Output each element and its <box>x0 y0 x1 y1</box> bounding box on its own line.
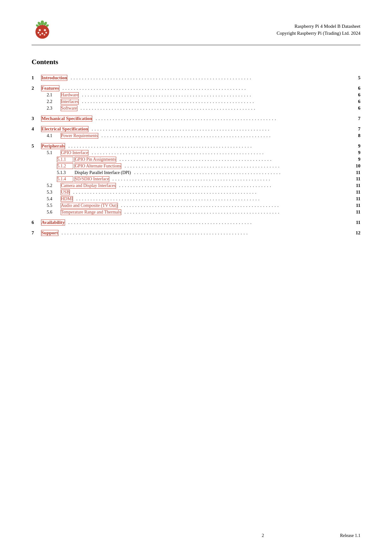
toc-link-features[interactable]: Features <box>41 85 59 91</box>
toc-dots-5-4: . . . . . . . . . . . . . . . . . . . . … <box>75 196 352 202</box>
svg-point-8 <box>44 29 46 31</box>
page-header: Raspberry Pi 4 Model B Datasheet Copyrig… <box>32 19 360 45</box>
toc-row-4-1: 4.1 Power Requirements . . . . . . . . .… <box>32 133 360 139</box>
toc-link-gpio-alt[interactable]: GPIO Alternate Functions <box>75 163 121 169</box>
toc-row-5-1-3: 5.1.3 Display Parallel Interface (DPI) .… <box>32 170 360 175</box>
toc-link-software[interactable]: Software <box>61 105 77 111</box>
toc-link-introduction[interactable]: Introduction <box>41 75 67 81</box>
toc-link-mechanical[interactable]: Mechanical Specification <box>41 116 92 122</box>
toc-dots-5-1-3: . . . . . . . . . . . . . . . . . . . . … <box>133 170 352 175</box>
toc-row-5-1: 5.1 GPIO Interface . . . . . . . . . . .… <box>32 150 360 156</box>
toc-link-hdmi[interactable]: HDMI <box>61 196 73 202</box>
toc-number-1: 1 <box>32 75 41 81</box>
toc-link-power[interactable]: Power Requirements <box>61 133 98 139</box>
toc-page-6: 11 <box>354 220 360 225</box>
toc-link-support[interactable]: Support <box>41 230 58 236</box>
toc-page-7: 12 <box>354 230 360 236</box>
toc-number-2-1: 2.1 <box>47 93 61 98</box>
svg-point-10 <box>41 33 43 34</box>
toc-number-2-2: 2.2 <box>47 99 61 104</box>
toc-page-5-1-2: 10 <box>354 163 360 169</box>
toc-section-4: 4 Electrical Specification . . . . . . .… <box>32 126 360 139</box>
toc-number-3: 3 <box>32 116 41 121</box>
toc-link-availability[interactable]: Availability <box>41 220 65 226</box>
toc-row-2-2: 2.2 Interfaces . . . . . . . . . . . . .… <box>32 99 360 105</box>
toc-link-audio[interactable]: Audio and Composite (TV Out) <box>61 203 118 208</box>
toc-page-5: 9 <box>354 143 360 149</box>
toc-dots-1: . . . . . . . . . . . . . . . . . . . . … <box>69 75 352 81</box>
toc-number-6: 6 <box>32 220 41 225</box>
toc-page-5-1-3: 11 <box>354 170 360 175</box>
svg-point-11 <box>45 32 47 33</box>
svg-point-6 <box>35 25 49 39</box>
toc-row-7: 7 Support . . . . . . . . . . . . . . . … <box>32 230 360 236</box>
toc-row-5-6: 5.6 Temperature Range and Thermals . . .… <box>32 209 360 215</box>
toc-number-5-6: 5.6 <box>47 210 61 215</box>
toc-number-5-1-1: 5.1.1 <box>57 157 73 162</box>
toc-dots-5-6: . . . . . . . . . . . . . . . . . . . . … <box>123 210 352 215</box>
toc-page-4-1: 8 <box>354 133 360 138</box>
toc-row-1: 1 Introduction . . . . . . . . . . . . .… <box>32 75 360 81</box>
toc-number-2: 2 <box>32 86 41 91</box>
toc-dots-5-5: . . . . . . . . . . . . . . . . . . . . … <box>120 203 352 208</box>
toc-dots-5-3: . . . . . . . . . . . . . . . . . . . . … <box>72 190 352 195</box>
svg-point-12 <box>39 34 41 36</box>
toc-number-5-3: 5.3 <box>47 190 61 195</box>
toc-page-5-1-4: 11 <box>354 176 360 182</box>
toc-dots-5-2: . . . . . . . . . . . . . . . . . . . . … <box>118 183 352 188</box>
toc-number-5-2: 5.2 <box>47 183 61 188</box>
toc-link-camera-display[interactable]: Camera and Display Interfaces <box>61 183 116 189</box>
toc-page-5-4: 11 <box>354 196 360 202</box>
toc-dots-5-1-2: . . . . . . . . . . . . . . . . . . . . … <box>123 164 352 169</box>
toc-row-5: 5 Peripherals . . . . . . . . . . . . . … <box>32 143 360 149</box>
header-title-line1: Raspberry Pi 4 Model B Datasheet <box>277 23 360 30</box>
toc-dots-5-1-1: . . . . . . . . . . . . . . . . . . . . … <box>118 157 352 162</box>
toc-section-2: 2 Features . . . . . . . . . . . . . . .… <box>32 85 360 111</box>
toc-number-5: 5 <box>32 143 41 149</box>
toc-link-temperature[interactable]: Temperature Range and Thermals <box>61 209 121 215</box>
toc-dots-6: . . . . . . . . . . . . . . . . . . . . … <box>67 220 352 225</box>
toc-section-3: 3 Mechanical Specification . . . . . . .… <box>32 116 360 122</box>
toc-dots-4: . . . . . . . . . . . . . . . . . . . . … <box>90 127 352 132</box>
toc-row-5-1-4: 5.1.4 SD/SDIO Interface . . . . . . . . … <box>32 176 360 182</box>
toc-row-4: 4 Electrical Specification . . . . . . .… <box>32 126 360 132</box>
toc-page-5-5: 11 <box>354 203 360 208</box>
header-title-line2: Copyright Raspberry Pi (Trading) Ltd. 20… <box>277 30 360 37</box>
toc-page-4: 7 <box>354 126 360 132</box>
toc-link-hardware[interactable]: Hardware <box>61 92 79 98</box>
toc-row-3: 3 Mechanical Specification . . . . . . .… <box>32 116 360 122</box>
toc-link-interfaces[interactable]: Interfaces <box>61 99 79 105</box>
toc-link-sdsdio[interactable]: SD/SDIO Interface <box>75 176 109 182</box>
toc-page-1: 5 <box>354 75 360 81</box>
footer-page-number: 2 <box>186 533 340 538</box>
logo <box>32 19 53 40</box>
toc-page-2-1: 6 <box>354 92 360 98</box>
toc-link-electrical[interactable]: Electrical Specification <box>41 126 88 132</box>
toc-row-2-1: 2.1 Hardware . . . . . . . . . . . . . .… <box>32 92 360 98</box>
toc-page-5-1-1: 9 <box>354 157 360 162</box>
toc-link-peripherals[interactable]: Peripherals <box>41 143 65 149</box>
toc-page-2-3: 6 <box>354 105 360 111</box>
toc-dots-5-1: . . . . . . . . . . . . . . . . . . . . … <box>90 150 352 155</box>
toc-dots-2-2: . . . . . . . . . . . . . . . . . . . . … <box>81 99 352 104</box>
toc-dots-2: . . . . . . . . . . . . . . . . . . . . … <box>61 86 352 91</box>
toc-row-5-4: 5.4 HDMI . . . . . . . . . . . . . . . .… <box>32 196 360 202</box>
toc-number-4: 4 <box>32 126 41 132</box>
toc-dots-5-1-4: . . . . . . . . . . . . . . . . . . . . … <box>111 177 352 182</box>
header-title: Raspberry Pi 4 Model B Datasheet Copyrig… <box>277 23 360 37</box>
svg-point-9 <box>38 32 39 33</box>
toc-row-2: 2 Features . . . . . . . . . . . . . . .… <box>32 85 360 91</box>
toc-dots-7: . . . . . . . . . . . . . . . . . . . . … <box>60 231 352 236</box>
toc-link-gpio[interactable]: GPIO Interface <box>61 150 88 156</box>
toc-number-7: 7 <box>32 230 41 236</box>
toc-link-usb[interactable]: USB <box>61 190 70 195</box>
toc-row-5-3: 5.3 USB . . . . . . . . . . . . . . . . … <box>32 190 360 195</box>
toc-number-5-1-2: 5.1.2 <box>57 163 73 169</box>
toc-dots-3: . . . . . . . . . . . . . . . . . . . . … <box>94 116 352 121</box>
contents-heading: Contents <box>32 58 360 66</box>
toc-number-5-4: 5.4 <box>47 196 61 202</box>
toc-row-5-1-1: 5.1.1 GPIO Pin Assignments . . . . . . .… <box>32 157 360 162</box>
page: Raspberry Pi 4 Model B Datasheet Copyrig… <box>0 0 392 554</box>
toc-link-gpio-pins[interactable]: GPIO Pin Assignments <box>75 157 116 162</box>
footer-release: Release 1.1 <box>340 533 360 538</box>
